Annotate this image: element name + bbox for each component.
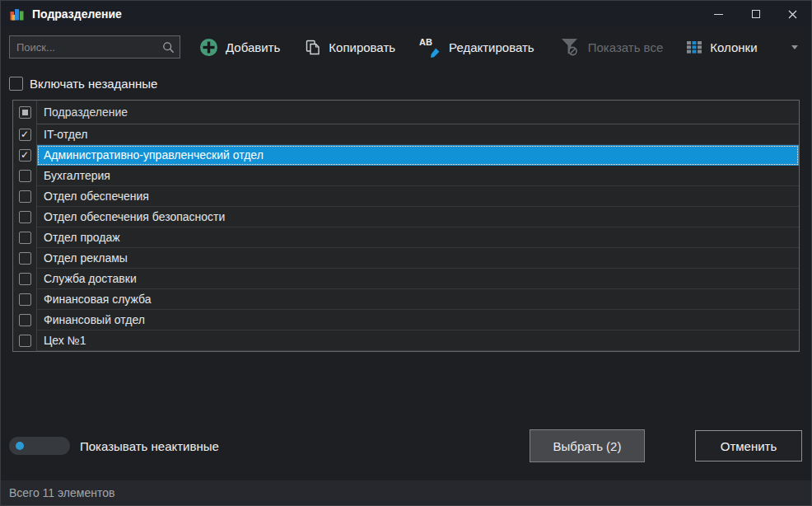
row-checkbox-cell [13, 145, 37, 166]
row-checkbox-cell [13, 166, 37, 186]
cancel-button[interactable]: Отменить [695, 430, 802, 461]
table-row[interactable]: Отдел обеспечения безопасности [13, 207, 799, 227]
search-input[interactable] [9, 35, 180, 59]
include-unset-checkbox[interactable] [9, 77, 23, 91]
table-row[interactable]: Цех №1 [13, 330, 799, 351]
row-checkbox[interactable] [19, 314, 31, 326]
header-label: Подразделение [37, 101, 799, 124]
row-checkbox-cell [13, 248, 37, 269]
row-main[interactable]: IT-отдел [37, 124, 799, 145]
footer-buttons: Выбрать (2) Отменить [530, 429, 802, 462]
footer: Показывать неактивные Выбрать (2) Отмени… [1, 426, 811, 466]
columns-icon [687, 41, 702, 54]
row-label: Цех №1 [44, 334, 86, 347]
row-main[interactable]: Административно-управленческий отдел [37, 145, 799, 166]
table-row[interactable]: Административно-управленческий отдел [13, 145, 799, 166]
titlebar: Подразделение [1, 1, 811, 27]
row-checkbox-cell [13, 124, 37, 145]
table-row[interactable]: Финансовая служба [13, 289, 799, 310]
window-title: Подразделение [32, 7, 122, 21]
row-checkbox[interactable] [19, 211, 31, 223]
table-row[interactable]: Финансовый отдел [13, 310, 799, 330]
row-main[interactable]: Финансовый отдел [37, 310, 799, 330]
edit-button[interactable]: AB Редактировать [414, 34, 539, 60]
row-label: Отдел рекламы [44, 251, 128, 265]
row-checkbox[interactable] [19, 335, 31, 347]
row-main[interactable]: Отдел обеспечения [37, 186, 799, 207]
filter-off-icon [558, 37, 581, 57]
edit-label: Редактировать [449, 40, 534, 54]
row-label: Отдел продаж [44, 231, 120, 244]
close-button[interactable] [774, 1, 811, 27]
add-icon [199, 38, 218, 57]
maximize-button[interactable] [737, 1, 774, 27]
columns-button[interactable]: Колонки [682, 37, 762, 58]
edit-icon: AB [419, 37, 441, 57]
row-checkbox[interactable] [19, 293, 31, 306]
table-body: IT-отдел Административно-управленческий … [13, 124, 799, 351]
row-checkbox-cell [13, 289, 37, 310]
copy-icon [304, 39, 321, 56]
app-icon [10, 7, 25, 21]
toolbar-overflow-button[interactable] [786, 40, 803, 54]
row-main[interactable]: Бухгалтерия [37, 166, 799, 186]
show-inactive-label: Показывать неактивные [80, 439, 219, 453]
department-table: Подразделение IT-отдел Административно-у… [12, 100, 800, 352]
table-row[interactable]: Отдел рекламы [13, 248, 799, 269]
columns-label: Колонки [710, 40, 757, 54]
row-label: Бухгалтерия [44, 169, 110, 182]
include-unset-label: Включать незаданные [30, 77, 157, 91]
header-checkbox-cell [13, 101, 37, 124]
row-main[interactable]: Отдел рекламы [37, 248, 799, 269]
row-main[interactable]: Цех №1 [37, 330, 799, 351]
row-label: Отдел обеспечения безопасности [44, 210, 225, 223]
row-checkbox-cell [13, 269, 37, 289]
row-main[interactable]: Отдел обеспечения безопасности [37, 207, 799, 227]
row-checkbox[interactable] [19, 273, 31, 285]
copy-button[interactable]: Копировать [299, 35, 400, 59]
row-checkbox[interactable] [19, 232, 31, 244]
show-inactive-toggle[interactable] [9, 437, 70, 455]
copy-label: Копировать [329, 40, 395, 54]
table-row[interactable]: Отдел обеспечения [13, 186, 799, 207]
row-label: Служба доставки [44, 272, 137, 285]
table-header[interactable]: Подразделение [13, 101, 799, 124]
add-label: Добавить [226, 40, 280, 54]
show-all-label: Показать все [588, 40, 664, 54]
row-checkbox-cell [13, 207, 37, 227]
toggle-knob [16, 442, 24, 450]
statusbar: Всего 11 элементов [1, 480, 811, 505]
table-row[interactable]: Бухгалтерия [13, 166, 799, 186]
header-checkbox[interactable] [19, 106, 31, 119]
search-icon [162, 41, 175, 54]
table-row[interactable]: IT-отдел [13, 124, 799, 145]
table-row[interactable]: Отдел продаж [13, 227, 799, 248]
row-checkbox[interactable] [19, 149, 31, 162]
row-label: Финансовый отдел [44, 313, 145, 326]
row-checkbox[interactable] [19, 252, 31, 265]
row-checkbox-cell [13, 227, 37, 248]
maximize-icon [752, 10, 760, 18]
row-checkbox-cell [13, 310, 37, 330]
add-button[interactable]: Добавить [194, 35, 285, 60]
row-main[interactable]: Финансовая служба [37, 289, 799, 310]
row-checkbox[interactable] [19, 170, 31, 182]
toolbar: Добавить Копировать AB Редактировать [1, 27, 811, 67]
department-dialog: Подразделение Добавить [0, 0, 812, 506]
row-label: Финансовая служба [44, 293, 152, 306]
row-checkbox-cell [13, 330, 37, 351]
minimize-button[interactable] [700, 1, 737, 27]
row-checkbox-cell [13, 186, 37, 207]
search-box [9, 35, 180, 59]
content-spacer [1, 352, 811, 426]
show-all-button[interactable]: Показать все [553, 34, 669, 60]
select-button[interactable]: Выбрать (2) [530, 429, 645, 462]
row-main[interactable]: Отдел продаж [37, 227, 799, 248]
table-row[interactable]: Служба доставки [13, 269, 799, 289]
row-main[interactable]: Служба доставки [37, 269, 799, 289]
status-text: Всего 11 элементов [9, 486, 114, 499]
row-checkbox[interactable] [19, 129, 31, 141]
row-checkbox[interactable] [19, 190, 31, 203]
minimize-icon [714, 14, 723, 15]
row-label: Отдел обеспечения [44, 190, 149, 203]
